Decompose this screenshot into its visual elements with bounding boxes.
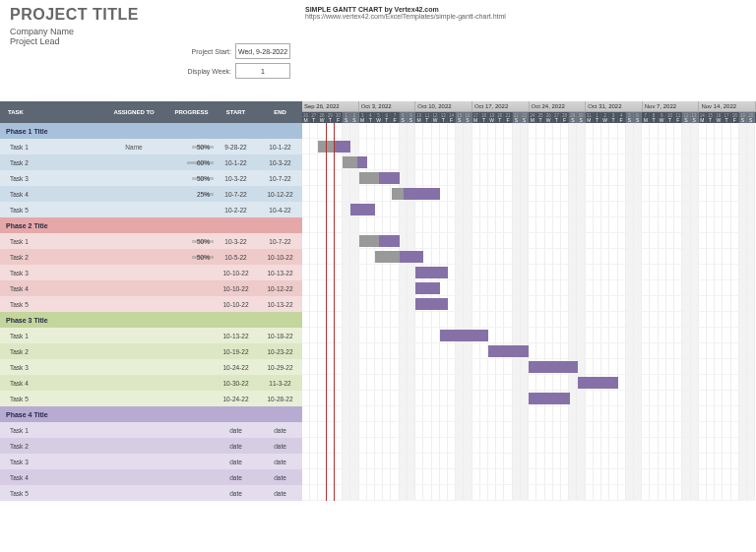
day-header-cell: 26W <box>545 112 553 123</box>
task-start: 10-10-22 <box>214 301 258 308</box>
gantt-bar[interactable] <box>343 156 367 168</box>
task-row[interactable]: Task 150%10-3-2210-7-22 <box>0 233 302 249</box>
task-assigned: Name <box>98 144 169 151</box>
table-header-row: TASK ASSIGNED TO PROGRESS START END <box>0 101 302 123</box>
day-header-cell: 13T <box>440 112 448 123</box>
task-end: 10-4-22 <box>258 207 302 214</box>
company-name: Company Name <box>10 27 746 36</box>
task-start: 10-3-22 <box>214 175 258 182</box>
task-row[interactable]: Task 250%10-5-2210-10-22 <box>0 249 302 265</box>
gantt-bar[interactable] <box>392 188 440 200</box>
week-header: Sep 26, 2022Oct 3, 2022Oct 10, 2022Oct 1… <box>302 101 756 112</box>
gantt-bar[interactable] <box>359 235 400 247</box>
task-row[interactable]: Task 4datedate <box>0 469 302 485</box>
task-name: Task 3 <box>0 175 98 182</box>
task-start: 10-19-22 <box>214 348 258 355</box>
project-start-input[interactable]: Wed, 9-28-2022 <box>235 43 290 59</box>
task-progress: 50% <box>169 144 214 151</box>
task-row[interactable]: Task 410-30-2211-3-22 <box>0 375 302 391</box>
gantt-bar[interactable] <box>359 172 400 184</box>
chart-row <box>302 359 756 375</box>
task-end: date <box>258 427 302 434</box>
day-header-cell: 23S <box>521 112 529 123</box>
task-row[interactable]: Task 110-13-2210-18-22 <box>0 328 302 343</box>
day-header-cell: 30F <box>335 112 343 123</box>
task-row[interactable]: Task 3datedate <box>0 454 302 469</box>
task-row[interactable]: Task 310-10-2210-13-22 <box>0 265 302 280</box>
task-row[interactable]: Task 260%10-1-2210-3-22 <box>0 154 302 170</box>
gantt-bar[interactable] <box>415 298 448 310</box>
day-header-cell: 3M <box>359 112 367 123</box>
day-header-cell: 15T <box>707 112 715 123</box>
task-row[interactable]: Task 2datedate <box>0 438 302 454</box>
gantt-bar[interactable] <box>440 330 488 341</box>
chart-row <box>302 265 756 280</box>
task-row[interactable]: Task 5datedate <box>0 485 302 501</box>
display-week-input[interactable]: 1 <box>235 63 290 79</box>
gantt-bar[interactable] <box>578 377 618 389</box>
chart-row <box>302 469 756 485</box>
task-start: 10-24-22 <box>214 364 258 371</box>
day-header-cell: 12S <box>682 112 690 123</box>
task-name: Task 1 <box>0 238 98 245</box>
task-end: date <box>258 474 302 481</box>
day-header-cell: 20S <box>747 112 755 123</box>
task-row[interactable]: Task 410-10-2210-12-22 <box>0 280 302 296</box>
chart-row <box>302 249 756 265</box>
day-header-cell: 17T <box>723 112 730 123</box>
col-header-progress: PROGRESS <box>169 109 214 115</box>
day-header-cell: 20T <box>496 112 504 123</box>
task-end: 10-7-22 <box>258 238 302 245</box>
task-start: date <box>214 427 258 434</box>
day-header: 26M27T28W29T30F1S2S3M4T5W6T7F8S9S10M11T1… <box>302 112 756 123</box>
gantt-bar[interactable] <box>415 267 448 278</box>
task-start: 10-30-22 <box>214 380 258 387</box>
day-header-cell: 14M <box>699 112 707 123</box>
task-row[interactable]: Task 210-19-2210-23-22 <box>0 343 302 359</box>
task-name: Task 5 <box>0 207 98 214</box>
day-header-cell: 6S <box>634 112 642 123</box>
task-row[interactable]: Task 510-10-2210-13-22 <box>0 296 302 312</box>
day-header-cell: 28F <box>561 112 569 123</box>
day-header-cell: 15S <box>456 112 464 123</box>
task-progress: 25% <box>169 191 214 198</box>
day-header-cell: 1S <box>343 112 350 123</box>
task-row[interactable]: Task 310-24-2210-29-22 <box>0 359 302 375</box>
day-header-cell: 3T <box>609 112 617 123</box>
task-row[interactable]: Task 510-2-2210-4-22 <box>0 202 302 217</box>
gantt-bar[interactable] <box>350 204 375 215</box>
task-end: 10-18-22 <box>258 333 302 339</box>
task-start: 10-24-22 <box>214 396 258 402</box>
gantt-bar[interactable] <box>488 345 529 357</box>
task-start: 10-7-22 <box>214 191 258 198</box>
task-row[interactable]: Task 350%10-3-2210-7-22 <box>0 170 302 186</box>
week-label: Nov 7, 2022 <box>643 101 700 111</box>
task-start: date <box>214 443 258 450</box>
task-row[interactable]: Task 1datedate <box>0 422 302 438</box>
task-end: 10-7-22 <box>258 175 302 182</box>
task-row[interactable]: Task 425%10-7-2210-12-22 <box>0 186 302 202</box>
gantt-bar[interactable] <box>529 361 577 373</box>
task-row[interactable]: Task 1Name50%9-28-2210-1-22 <box>0 139 302 154</box>
day-header-cell: 19S <box>739 112 747 123</box>
gantt-bar[interactable] <box>529 393 569 404</box>
day-header-cell: 18F <box>731 112 739 123</box>
task-progress: 50% <box>169 175 214 182</box>
day-header-cell: 19W <box>488 112 496 123</box>
task-start: 10-1-22 <box>214 159 258 166</box>
project-controls: Project Start: Wed, 9-28-2022 Display We… <box>180 41 290 81</box>
gantt-bar[interactable] <box>375 251 423 263</box>
task-name: Task 2 <box>0 348 98 355</box>
task-row[interactable]: Task 510-24-2210-28-22 <box>0 391 302 406</box>
task-start: 10-13-22 <box>214 333 258 339</box>
task-end: 10-23-22 <box>258 348 302 355</box>
phase-header: Phase 3 Title <box>0 312 302 328</box>
phase-header: Phase 1 Title <box>0 123 302 139</box>
chart-row <box>302 233 756 249</box>
task-name: Task 1 <box>0 333 98 339</box>
task-end: 10-1-22 <box>258 144 302 151</box>
template-meta: SIMPLE GANTT CHART by Vertex42.com https… <box>305 6 506 20</box>
task-name: Task 5 <box>0 301 98 308</box>
gantt-bar[interactable] <box>415 282 440 294</box>
day-header-cell: 7F <box>391 112 399 123</box>
